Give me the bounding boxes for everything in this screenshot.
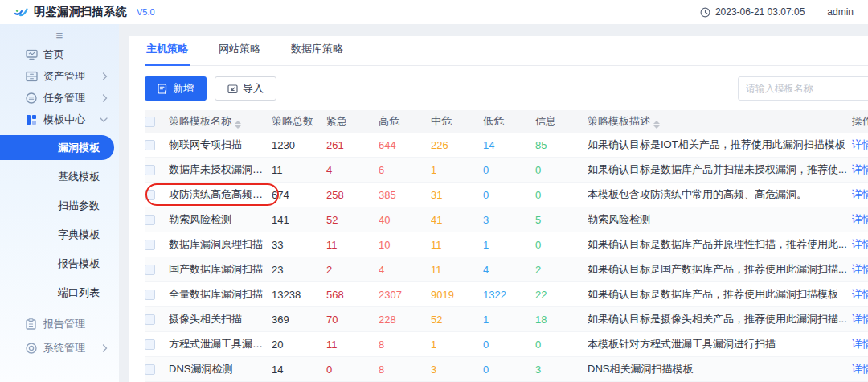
sidebar-subitem[interactable]: 字典模板	[0, 220, 119, 249]
template-name: 方程式泄漏工具漏洞扫描	[169, 337, 272, 351]
sidebar-subitem[interactable]: 扫描参数	[0, 191, 119, 220]
table-row: 摄像头相关扫描3697022852118如果确认目标是摄像头相关产品，推荐使用此…	[145, 307, 868, 332]
column-header-total: 策略总数	[272, 114, 326, 129]
detail-link[interactable]: 详情	[852, 237, 868, 252]
search-input[interactable]	[746, 83, 868, 94]
detail-link[interactable]: 详情	[852, 162, 868, 177]
toolbar: 新增 导入	[145, 76, 868, 101]
row-checkbox[interactable]	[145, 190, 155, 200]
critical-count: 258	[326, 189, 379, 201]
medium-count: 11	[431, 264, 483, 276]
row-checkbox-cell	[145, 364, 169, 375]
detail-link[interactable]: 详情	[852, 362, 868, 376]
column-header-high: 高危	[379, 114, 431, 129]
sidebar-item-home[interactable]: 首页	[0, 43, 119, 65]
sidebar-item-tasks[interactable]: 任务管理	[0, 87, 119, 109]
sidebar-collapse-icon[interactable]: ≡	[0, 27, 119, 43]
sidebar-subitem[interactable]: 漏洞模板	[0, 135, 114, 160]
detail-link[interactable]: 详情	[852, 138, 868, 152]
sidebar: ≡ 首页 资产管理 任务管理	[0, 24, 119, 382]
template-name: 数据库漏洞原理扫描	[169, 237, 272, 252]
column-header-critical: 紧急	[326, 114, 379, 129]
sidebar-item-label: 模板中心	[43, 113, 85, 127]
info-count: 5	[535, 214, 588, 226]
sidebar-item-reports[interactable]: 报告管理	[0, 312, 119, 336]
medium-count: 41	[431, 214, 483, 226]
tab-host-policy[interactable]: 主机策略	[145, 42, 190, 65]
tab-database-policy[interactable]: 数据库策略	[289, 42, 345, 65]
detail-link[interactable]: 详情	[852, 187, 868, 202]
row-actions: 详情另存为删除	[852, 237, 868, 252]
template-description: 如果确认目标是数据库产品并原理性扫描，推荐使用此...	[588, 237, 852, 252]
template-name: 数据库未授权漏洞扫描	[169, 162, 272, 177]
detail-link[interactable]: 详情	[852, 287, 868, 302]
add-button[interactable]: 新增	[145, 76, 207, 101]
low-count: 0	[483, 364, 535, 376]
chevron-right-icon	[102, 94, 108, 102]
template-description: 如果确认目标是摄像头相关产品，推荐使用此漏洞扫描...	[588, 312, 852, 327]
row-checkbox[interactable]	[145, 240, 155, 250]
critical-count: 0	[326, 364, 379, 376]
template-submenu: 漏洞模板基线模板扫描参数字典模板报告模板端口列表	[0, 135, 119, 307]
low-count: 1	[483, 314, 535, 326]
template-description: 如果确认目标是IOT相关产品，推荐使用此漏洞扫描模板	[588, 138, 852, 152]
detail-link[interactable]: 详情	[852, 312, 868, 327]
row-checkbox[interactable]	[145, 215, 155, 225]
select-all-checkbox[interactable]	[145, 117, 155, 127]
critical-count: 11	[326, 239, 379, 251]
clock-icon	[700, 7, 710, 18]
table-body: 物联网专项扫描12302616442261485如果确认目标是IOT相关产品，推…	[145, 133, 868, 382]
sidebar-subitem[interactable]: 端口列表	[0, 278, 119, 307]
sidebar-item-assets[interactable]: 资产管理	[0, 65, 119, 87]
tab-website-policy[interactable]: 网站策略	[217, 42, 262, 65]
sort-icon[interactable]	[235, 121, 241, 129]
row-checkbox[interactable]	[145, 314, 155, 325]
template-description: 本模板针对方程式泄漏工具漏洞进行扫描	[588, 337, 852, 351]
row-checkbox[interactable]	[145, 140, 155, 150]
critical-count: 4	[326, 164, 379, 176]
high-count: 2307	[379, 289, 431, 301]
sidebar-item-label: 资产管理	[43, 69, 85, 84]
table-row: 方程式泄漏工具漏洞扫描20118100本模板针对方程式泄漏工具漏洞进行扫描详情另…	[145, 332, 868, 357]
total-count: 33	[272, 239, 326, 251]
row-checkbox-cell	[145, 140, 169, 150]
medium-count: 226	[431, 139, 483, 151]
template-icon	[26, 114, 37, 125]
header-username[interactable]: admin	[827, 6, 854, 18]
import-icon	[227, 84, 238, 94]
low-count: 0	[483, 189, 535, 201]
row-checkbox-cell	[145, 165, 169, 175]
import-button[interactable]: 导入	[215, 76, 276, 101]
row-checkbox[interactable]	[145, 290, 155, 300]
row-actions: 详情另存为删除	[852, 362, 868, 376]
column-header-name[interactable]: 策略模板名称	[169, 114, 272, 129]
sidebar-subitem[interactable]: 基线模板	[0, 162, 119, 191]
sort-icon[interactable]	[653, 121, 660, 129]
row-checkbox[interactable]	[145, 265, 155, 275]
row-checkbox-cell	[145, 240, 169, 250]
sidebar-item-system[interactable]: 系统管理	[0, 336, 119, 360]
detail-link[interactable]: 详情	[852, 337, 868, 351]
table-row: 国产数据库漏洞扫描23241142如果确认目标是国产数据库产品，推荐使用此漏洞扫…	[145, 257, 868, 282]
medium-count: 9019	[431, 289, 483, 301]
table-row: 物联网专项扫描12302616442261485如果确认目标是IOT相关产品，推…	[145, 133, 868, 158]
column-header-desc[interactable]: 策略模板描述	[588, 114, 852, 129]
sidebar-subitem[interactable]: 报告模板	[0, 249, 119, 278]
row-checkbox[interactable]	[145, 165, 155, 175]
high-count: 228	[379, 314, 431, 326]
column-header-low: 低危	[483, 114, 535, 129]
detail-link[interactable]: 详情	[852, 212, 868, 227]
template-name: 物联网专项扫描	[169, 138, 272, 152]
critical-count: 568	[326, 289, 379, 301]
detail-link[interactable]: 详情	[852, 262, 868, 277]
row-checkbox-cell	[145, 290, 169, 300]
row-checkbox[interactable]	[145, 364, 155, 375]
row-actions: 详情另存为删除	[852, 287, 868, 302]
task-icon	[26, 92, 37, 104]
critical-count: 2	[326, 264, 379, 276]
row-checkbox[interactable]	[145, 339, 155, 350]
high-count: 644	[379, 139, 431, 151]
row-checkbox-cell	[145, 190, 169, 200]
row-actions: 详情另存为删除	[852, 262, 868, 277]
sidebar-item-templates[interactable]: 模板中心	[0, 109, 119, 130]
